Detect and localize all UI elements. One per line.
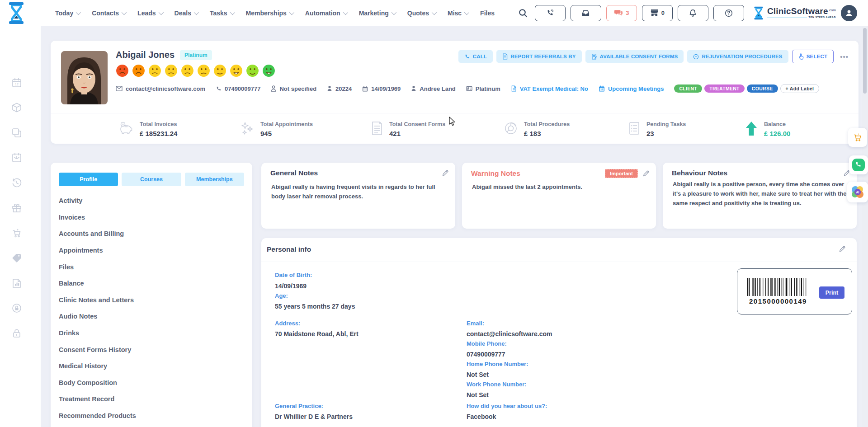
menu-item-files[interactable]: Files	[59, 258, 240, 275]
mood-emoji-6[interactable]	[197, 64, 210, 77]
gp-value: Dr Whillier D E & Partners	[275, 413, 353, 420]
menu-item-medical-history[interactable]: Medical History	[59, 358, 240, 375]
floating-cart-button[interactable]	[848, 128, 867, 147]
clinicsoftware-hourglass-logo[interactable]	[6, 2, 26, 24]
page-scrollbar-thumb[interactable]	[863, 28, 867, 94]
nav-contacts[interactable]: Contacts	[92, 9, 125, 17]
client-sections-panel: Profile Courses Memberships Activity Inv…	[51, 163, 252, 427]
menu-item-clinic-notes[interactable]: Clinic Notes and Letters	[59, 292, 240, 309]
upcoming-meetings-link[interactable]: 12 Upcoming Meetings	[599, 85, 664, 92]
search-icon[interactable]	[518, 8, 528, 18]
storefront-icon	[650, 9, 659, 17]
edit-pencil-icon[interactable]	[642, 170, 650, 177]
nav-marketing[interactable]: Marketing	[359, 9, 395, 17]
cart-icon[interactable]	[11, 228, 22, 239]
lock-icon[interactable]	[11, 328, 22, 339]
call-button[interactable]: CALL	[458, 50, 493, 63]
profile-menu: Activity Invoices Accounts and Billing A…	[59, 192, 240, 424]
client-phone[interactable]: 07490009777	[216, 85, 261, 92]
mood-emoji-8[interactable]	[230, 64, 243, 77]
report-chart-icon[interactable]	[11, 278, 22, 289]
client-id: 20224	[327, 85, 352, 92]
app-window: Today Contacts Leads Deals Tasks Members…	[0, 0, 868, 427]
mood-emoji-2[interactable]	[132, 64, 145, 77]
client-email[interactable]: contact@clinicsoftware.com	[116, 85, 205, 92]
nav-memberships[interactable]: Memberships	[246, 9, 293, 17]
nav-leads[interactable]: Leads	[137, 9, 162, 17]
menu-item-audio-notes[interactable]: Audio Notes	[59, 308, 240, 325]
chevron-down-icon	[432, 9, 437, 14]
nav-today[interactable]: Today	[55, 9, 80, 17]
chevron-down-icon	[76, 9, 81, 14]
account-lock-icon[interactable]	[11, 303, 22, 314]
menu-item-invoices[interactable]: Invoices	[59, 209, 240, 226]
vat-exempt-link[interactable]: VAT Exempt Medical: No	[511, 85, 588, 92]
more-actions-button[interactable]: •••	[837, 53, 851, 61]
calendar-icon	[362, 86, 368, 92]
mood-emoji-9[interactable]	[246, 64, 259, 77]
consent-forms-button[interactable]: AVAILABLE CONSENT FORMS	[585, 50, 684, 63]
chevron-down-icon	[158, 9, 163, 14]
nav-files[interactable]: Files	[480, 9, 495, 17]
select-button[interactable]: SELECT	[792, 50, 834, 63]
menu-item-body-composition[interactable]: Body Composition	[59, 375, 240, 391]
nav-quotes[interactable]: Quotes	[407, 9, 435, 17]
edit-pencil-icon[interactable]	[442, 169, 449, 177]
nav-deals[interactable]: Deals	[175, 9, 198, 17]
menu-item-drinks[interactable]: Drinks	[59, 325, 240, 342]
report-referrals-button[interactable]: REPORT REFERRALS BY	[496, 50, 581, 63]
label-pill[interactable]: COURSE	[747, 84, 778, 93]
mood-emoji-1[interactable]	[116, 64, 129, 77]
menu-item-accounts-billing[interactable]: Accounts and Billing	[59, 225, 240, 242]
price-tag-icon[interactable]	[11, 253, 22, 263]
mood-emoji-4[interactable]	[165, 64, 178, 77]
edit-pencil-icon[interactable]	[839, 245, 846, 253]
id-card-icon	[466, 86, 472, 91]
rejuvenation-button[interactable]: REJUVENATION PROCEDURES	[687, 50, 788, 63]
person-icon	[327, 85, 332, 92]
tab-profile[interactable]: Profile	[59, 173, 118, 186]
tab-courses[interactable]: Courses	[122, 173, 181, 186]
floating-phone-button[interactable]	[849, 155, 868, 174]
menu-item-appointments[interactable]: Appointments	[59, 242, 240, 259]
mood-emoji-3[interactable]	[148, 64, 161, 77]
mood-scale[interactable]	[116, 64, 275, 77]
package-cube-icon[interactable]	[11, 102, 22, 113]
history-icon[interactable]	[11, 178, 22, 188]
gift-icon[interactable]	[11, 202, 22, 213]
menu-item-activity[interactable]: Activity	[59, 192, 240, 209]
menu-item-treatment-record[interactable]: Treatment Record	[59, 391, 240, 408]
chevron-down-icon	[122, 9, 127, 14]
label-pill[interactable]: TREATMENT	[704, 84, 745, 93]
menu-item-recommended-products[interactable]: Recommended Products	[59, 408, 240, 424]
menu-item-balance[interactable]: Balance	[59, 275, 240, 292]
floating-ai-button[interactable]: AI	[847, 182, 868, 202]
nav-misc[interactable]: Misc	[448, 9, 468, 17]
bell-icon	[689, 9, 697, 17]
dialer-button[interactable]	[535, 5, 566, 21]
add-label-button[interactable]: + Add Label	[780, 84, 820, 93]
client-barcode-box: 2015000000149 Print	[737, 268, 852, 314]
mood-emoji-7[interactable]	[213, 64, 226, 77]
tab-memberships[interactable]: Memberships	[185, 173, 244, 186]
chat-bubbles-icon	[614, 9, 623, 17]
client-photo[interactable]	[61, 51, 108, 104]
label-pill[interactable]: CLIENT	[674, 84, 702, 93]
notifications-button[interactable]	[678, 5, 708, 21]
help-button[interactable]	[713, 5, 744, 21]
shop-button[interactable]: 0	[642, 5, 673, 21]
print-barcode-button[interactable]: Print	[819, 286, 844, 299]
nav-automation[interactable]: Automation	[305, 9, 347, 17]
menu-item-consent-history[interactable]: Consent Forms History	[59, 341, 240, 358]
nav-tasks[interactable]: Tasks	[210, 9, 234, 17]
mood-emoji-10[interactable]	[262, 64, 275, 77]
calendar-icon[interactable]: 12	[11, 77, 22, 88]
user-avatar[interactable]	[841, 5, 857, 21]
booking-calendar-icon[interactable]	[11, 152, 22, 163]
clinicsoftware-brand-logo[interactable]: ClinicSoftware.com TEN STEPS AHEAD	[753, 6, 836, 20]
mood-emoji-5[interactable]	[181, 64, 194, 77]
client-labels: CLIENT TREATMENT COURSE + Add Label	[674, 84, 819, 93]
inbox-button[interactable]	[571, 5, 601, 21]
chat-button[interactable]: 3	[606, 5, 637, 21]
copy-pages-icon[interactable]	[11, 127, 22, 138]
